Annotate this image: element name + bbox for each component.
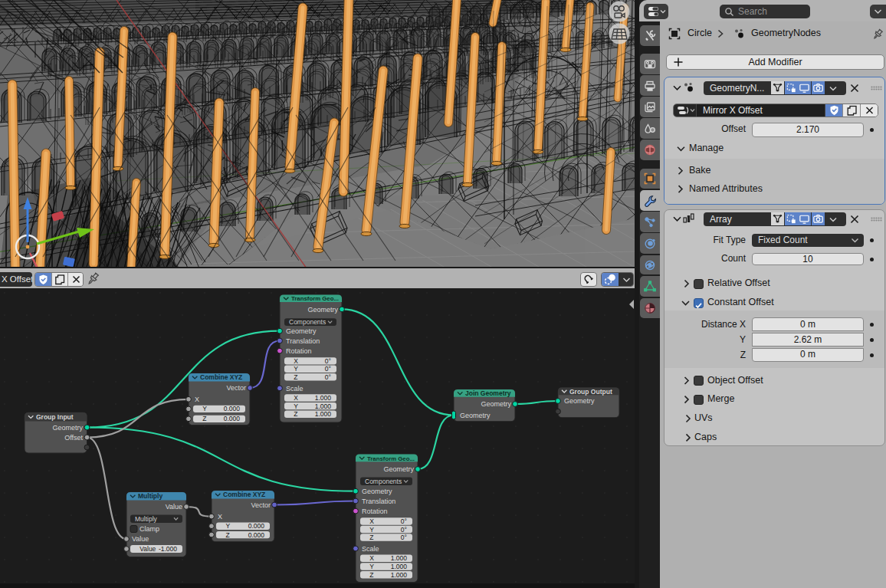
- svg-text:X: X: [294, 357, 298, 365]
- svg-text:0.000: 0.000: [224, 415, 241, 422]
- svg-text:X: X: [369, 517, 374, 525]
- svg-text:Components: Components: [289, 318, 326, 326]
- svg-text:Geometry: Geometry: [52, 424, 83, 432]
- svg-text:Group Output: Group Output: [569, 388, 612, 396]
- svg-text:1.000: 1.000: [391, 554, 408, 562]
- svg-text:Combine XYZ: Combine XYZ: [200, 373, 242, 381]
- svg-text:X: X: [195, 396, 199, 403]
- svg-text:Z: Z: [369, 534, 373, 541]
- svg-text:Y: Y: [369, 563, 374, 570]
- svg-text:0°: 0°: [401, 526, 407, 534]
- svg-text:Y: Y: [294, 402, 298, 410]
- svg-text:1.000: 1.000: [315, 410, 332, 418]
- svg-text:Value: Value: [139, 545, 156, 553]
- svg-text:Scale: Scale: [362, 545, 379, 553]
- svg-text:0.000: 0.000: [248, 531, 265, 539]
- svg-text:Z: Z: [226, 531, 230, 539]
- svg-text:Vector: Vector: [226, 384, 246, 392]
- svg-text:Y: Y: [294, 365, 298, 373]
- svg-text:Components: Components: [365, 478, 402, 485]
- svg-text:Scale: Scale: [286, 385, 304, 393]
- svg-text:0°: 0°: [325, 357, 331, 365]
- svg-text:Geometry: Geometry: [362, 488, 392, 495]
- svg-text:Z: Z: [202, 415, 206, 422]
- svg-text:Join Geometry: Join Geometry: [465, 389, 511, 397]
- svg-text:X: X: [218, 513, 222, 521]
- svg-text:Transform Geo...: Transform Geo...: [367, 455, 415, 462]
- svg-text:0.000: 0.000: [248, 522, 265, 530]
- svg-text:Z: Z: [369, 571, 373, 579]
- svg-text:Z: Z: [294, 410, 297, 418]
- svg-text:0°: 0°: [325, 365, 331, 373]
- svg-text:Y: Y: [369, 526, 374, 534]
- svg-text:1.000: 1.000: [315, 402, 332, 410]
- svg-text:X: X: [294, 394, 298, 402]
- svg-text:Rotation: Rotation: [362, 508, 388, 515]
- svg-text:Geometry: Geometry: [286, 327, 317, 335]
- svg-text:Geometry: Geometry: [481, 400, 511, 408]
- svg-text:Offset: Offset: [64, 434, 83, 442]
- svg-text:Group Input: Group Input: [36, 413, 74, 421]
- svg-text:Rotation: Rotation: [286, 347, 312, 355]
- svg-text:Y: Y: [226, 522, 231, 530]
- svg-text:1.000: 1.000: [391, 563, 408, 570]
- svg-text:0.000: 0.000: [224, 405, 241, 412]
- svg-text:Geometry: Geometry: [564, 397, 595, 405]
- svg-text:1.000: 1.000: [391, 571, 408, 579]
- svg-text:Value: Value: [166, 503, 182, 511]
- svg-text:0°: 0°: [325, 373, 331, 381]
- svg-text:0°: 0°: [401, 534, 407, 541]
- svg-text:Geometry: Geometry: [307, 306, 338, 314]
- svg-text:Vector: Vector: [251, 501, 271, 509]
- svg-text:Geometry: Geometry: [383, 465, 414, 473]
- svg-text:Value: Value: [132, 535, 149, 543]
- svg-text:Translation: Translation: [362, 498, 395, 505]
- svg-text:Combine XYZ: Combine XYZ: [223, 491, 265, 498]
- svg-text:Geometry: Geometry: [460, 412, 491, 419]
- svg-text:Translation: Translation: [286, 337, 320, 345]
- svg-text:Multiply: Multiply: [138, 492, 162, 500]
- svg-text:Multiply: Multiply: [135, 515, 158, 523]
- svg-text:Z: Z: [294, 373, 297, 381]
- svg-text:-1.000: -1.000: [159, 545, 177, 553]
- svg-text:Transform Geo...: Transform Geo...: [291, 295, 339, 302]
- svg-text:Clamp: Clamp: [139, 525, 159, 533]
- svg-text:0°: 0°: [401, 517, 407, 525]
- svg-text:1.000: 1.000: [315, 394, 332, 402]
- svg-text:X: X: [369, 554, 374, 562]
- svg-text:Y: Y: [202, 405, 207, 412]
